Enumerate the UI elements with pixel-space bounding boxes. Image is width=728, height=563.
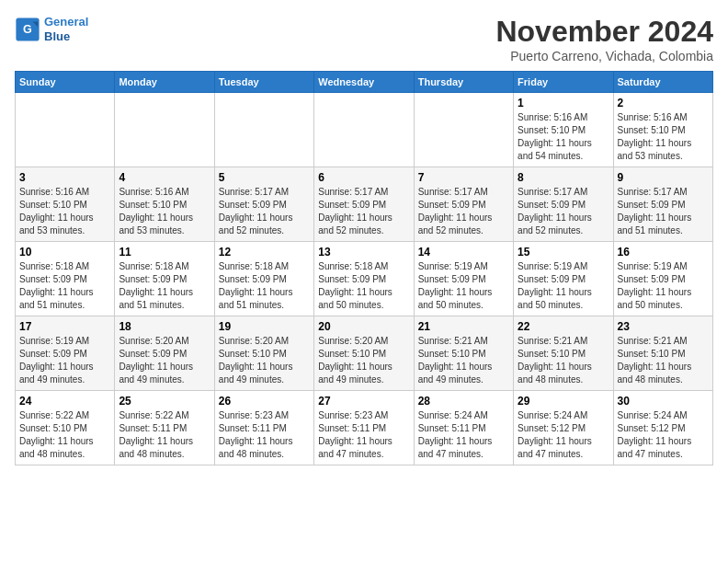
day-number: 16 — [618, 246, 709, 259]
day-number: 10 — [19, 246, 110, 259]
calendar-week-1: 1Sunrise: 5:16 AM Sunset: 5:10 PM Daylig… — [16, 93, 713, 167]
day-info: Sunrise: 5:21 AM Sunset: 5:10 PM Dayligh… — [418, 335, 509, 386]
day-number: 28 — [418, 395, 509, 408]
calendar-table: SundayMondayTuesdayWednesdayThursdayFrid… — [15, 71, 713, 465]
day-info: Sunrise: 5:23 AM Sunset: 5:11 PM Dayligh… — [318, 409, 409, 461]
logo-line2: Blue — [44, 29, 70, 43]
day-number: 30 — [618, 395, 709, 408]
calendar-cell: 12Sunrise: 5:18 AM Sunset: 5:09 PM Dayli… — [214, 242, 313, 316]
day-number: 25 — [119, 395, 210, 408]
day-number: 19 — [219, 320, 310, 333]
title-block: November 2024 Puerto Carreno, Vichada, C… — [495, 15, 713, 63]
calendar-cell: 25Sunrise: 5:22 AM Sunset: 5:11 PM Dayli… — [115, 391, 214, 465]
day-number: 24 — [19, 395, 110, 408]
calendar-cell — [414, 93, 513, 167]
calendar-cell: 6Sunrise: 5:17 AM Sunset: 5:09 PM Daylig… — [314, 167, 414, 242]
day-header-friday: Friday — [514, 72, 613, 93]
calendar-week-2: 3Sunrise: 5:16 AM Sunset: 5:10 PM Daylig… — [16, 167, 713, 242]
day-info: Sunrise: 5:16 AM Sunset: 5:10 PM Dayligh… — [618, 111, 709, 163]
day-info: Sunrise: 5:19 AM Sunset: 5:09 PM Dayligh… — [19, 335, 110, 386]
calendar-cell: 24Sunrise: 5:22 AM Sunset: 5:10 PM Dayli… — [16, 391, 115, 465]
calendar-cell: 17Sunrise: 5:19 AM Sunset: 5:09 PM Dayli… — [16, 316, 115, 391]
day-info: Sunrise: 5:19 AM Sunset: 5:09 PM Dayligh… — [618, 260, 709, 312]
day-header-monday: Monday — [115, 72, 214, 93]
calendar-header-row: SundayMondayTuesdayWednesdayThursdayFrid… — [16, 72, 713, 93]
day-number: 1 — [518, 97, 609, 109]
calendar-cell: 7Sunrise: 5:17 AM Sunset: 5:09 PM Daylig… — [414, 167, 513, 242]
calendar-cell — [214, 93, 313, 167]
logo-text: General Blue — [44, 15, 88, 43]
calendar-cell: 8Sunrise: 5:17 AM Sunset: 5:09 PM Daylig… — [514, 167, 613, 242]
calendar-cell: 27Sunrise: 5:23 AM Sunset: 5:11 PM Dayli… — [314, 391, 414, 465]
calendar-cell: 3Sunrise: 5:16 AM Sunset: 5:10 PM Daylig… — [16, 167, 115, 242]
calendar-cell: 30Sunrise: 5:24 AM Sunset: 5:12 PM Dayli… — [613, 391, 712, 465]
day-number: 4 — [119, 171, 210, 184]
calendar-cell — [16, 93, 115, 167]
calendar-cell: 2Sunrise: 5:16 AM Sunset: 5:10 PM Daylig… — [613, 93, 712, 167]
day-number: 6 — [318, 171, 409, 184]
day-number: 18 — [119, 320, 210, 333]
day-info: Sunrise: 5:16 AM Sunset: 5:10 PM Dayligh… — [119, 186, 210, 237]
day-info: Sunrise: 5:21 AM Sunset: 5:10 PM Dayligh… — [618, 335, 709, 386]
calendar-cell: 22Sunrise: 5:21 AM Sunset: 5:10 PM Dayli… — [514, 316, 613, 391]
day-info: Sunrise: 5:17 AM Sunset: 5:09 PM Dayligh… — [418, 186, 509, 237]
day-header-tuesday: Tuesday — [214, 72, 313, 93]
logo-icon: G — [15, 17, 40, 42]
day-number: 7 — [418, 171, 509, 184]
day-info: Sunrise: 5:20 AM Sunset: 5:10 PM Dayligh… — [219, 335, 310, 386]
calendar-cell: 13Sunrise: 5:18 AM Sunset: 5:09 PM Dayli… — [314, 242, 414, 316]
calendar-cell: 16Sunrise: 5:19 AM Sunset: 5:09 PM Dayli… — [613, 242, 712, 316]
calendar-cell: 21Sunrise: 5:21 AM Sunset: 5:10 PM Dayli… — [414, 316, 513, 391]
day-info: Sunrise: 5:17 AM Sunset: 5:09 PM Dayligh… — [219, 186, 310, 237]
calendar-cell: 28Sunrise: 5:24 AM Sunset: 5:11 PM Dayli… — [414, 391, 513, 465]
day-number: 29 — [518, 395, 609, 408]
day-info: Sunrise: 5:16 AM Sunset: 5:10 PM Dayligh… — [19, 186, 110, 237]
calendar-cell: 4Sunrise: 5:16 AM Sunset: 5:10 PM Daylig… — [115, 167, 214, 242]
day-number: 14 — [418, 246, 509, 259]
day-number: 11 — [119, 246, 210, 259]
day-number: 22 — [518, 320, 609, 333]
day-info: Sunrise: 5:19 AM Sunset: 5:09 PM Dayligh… — [418, 260, 509, 312]
day-number: 26 — [219, 395, 310, 408]
calendar-cell: 11Sunrise: 5:18 AM Sunset: 5:09 PM Dayli… — [115, 242, 214, 316]
day-info: Sunrise: 5:17 AM Sunset: 5:09 PM Dayligh… — [318, 186, 409, 237]
logo: G General Blue — [15, 15, 88, 43]
day-number: 17 — [19, 320, 110, 333]
month-title: November 2024 — [495, 15, 713, 49]
day-header-saturday: Saturday — [613, 72, 712, 93]
day-info: Sunrise: 5:18 AM Sunset: 5:09 PM Dayligh… — [219, 260, 310, 312]
calendar-cell: 9Sunrise: 5:17 AM Sunset: 5:09 PM Daylig… — [613, 167, 712, 242]
calendar-cell: 29Sunrise: 5:24 AM Sunset: 5:12 PM Dayli… — [514, 391, 613, 465]
day-info: Sunrise: 5:18 AM Sunset: 5:09 PM Dayligh… — [119, 260, 210, 312]
calendar-cell: 15Sunrise: 5:19 AM Sunset: 5:09 PM Dayli… — [514, 242, 613, 316]
day-info: Sunrise: 5:24 AM Sunset: 5:11 PM Dayligh… — [418, 409, 509, 461]
calendar-week-3: 10Sunrise: 5:18 AM Sunset: 5:09 PM Dayli… — [16, 242, 713, 316]
day-header-sunday: Sunday — [16, 72, 115, 93]
day-number: 9 — [618, 171, 709, 184]
day-number: 13 — [318, 246, 409, 259]
day-info: Sunrise: 5:18 AM Sunset: 5:09 PM Dayligh… — [318, 260, 409, 312]
calendar-cell — [314, 93, 414, 167]
calendar-week-4: 17Sunrise: 5:19 AM Sunset: 5:09 PM Dayli… — [16, 316, 713, 391]
day-info: Sunrise: 5:20 AM Sunset: 5:10 PM Dayligh… — [318, 335, 409, 386]
day-info: Sunrise: 5:21 AM Sunset: 5:10 PM Dayligh… — [518, 335, 609, 386]
day-number: 3 — [19, 171, 110, 184]
day-header-thursday: Thursday — [414, 72, 513, 93]
calendar-cell: 18Sunrise: 5:20 AM Sunset: 5:09 PM Dayli… — [115, 316, 214, 391]
day-info: Sunrise: 5:24 AM Sunset: 5:12 PM Dayligh… — [518, 409, 609, 461]
day-info: Sunrise: 5:17 AM Sunset: 5:09 PM Dayligh… — [618, 186, 709, 237]
calendar-cell: 5Sunrise: 5:17 AM Sunset: 5:09 PM Daylig… — [214, 167, 313, 242]
day-header-wednesday: Wednesday — [314, 72, 414, 93]
page-header: G General Blue November 2024 Puerto Carr… — [15, 15, 713, 63]
calendar-cell: 23Sunrise: 5:21 AM Sunset: 5:10 PM Dayli… — [613, 316, 712, 391]
calendar-cell — [115, 93, 214, 167]
calendar-cell: 10Sunrise: 5:18 AM Sunset: 5:09 PM Dayli… — [16, 242, 115, 316]
day-number: 23 — [618, 320, 709, 333]
location: Puerto Carreno, Vichada, Colombia — [495, 49, 713, 63]
day-info: Sunrise: 5:19 AM Sunset: 5:09 PM Dayligh… — [518, 260, 609, 312]
day-number: 5 — [219, 171, 310, 184]
calendar-cell: 1Sunrise: 5:16 AM Sunset: 5:10 PM Daylig… — [514, 93, 613, 167]
day-number: 27 — [318, 395, 409, 408]
calendar-cell: 20Sunrise: 5:20 AM Sunset: 5:10 PM Dayli… — [314, 316, 414, 391]
calendar-week-5: 24Sunrise: 5:22 AM Sunset: 5:10 PM Dayli… — [16, 391, 713, 465]
